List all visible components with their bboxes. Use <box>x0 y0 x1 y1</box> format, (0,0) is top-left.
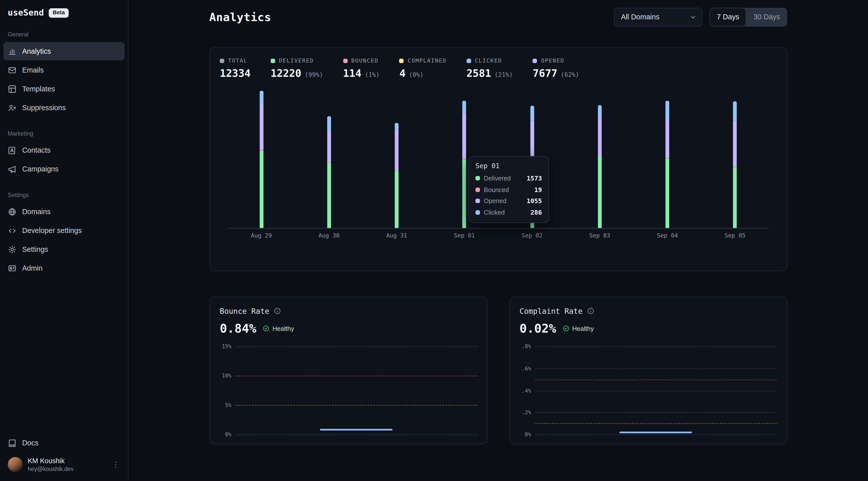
info-icon[interactable] <box>587 307 595 315</box>
bounce-y-axis: 15%10%5%0% <box>220 347 231 434</box>
nav-section-label-settings: Settings <box>3 192 125 198</box>
y-axis-label: 15% <box>222 344 231 349</box>
page-title: Analytics <box>209 10 271 24</box>
sidebar-item-docs[interactable]: Docs <box>3 434 125 452</box>
bar-sep-04[interactable] <box>665 101 669 228</box>
bar-chart-icon <box>8 47 17 56</box>
threshold-line <box>235 376 477 376</box>
sidebar-item-label: Analytics <box>22 47 51 55</box>
rate-cards-row: Bounce Rate 0.84% Healthy 15%10%5%0% <box>209 296 787 444</box>
sidebar-item-admin[interactable]: Admin <box>3 259 125 278</box>
bar-segment-clicked <box>462 101 466 113</box>
stat-complained: COMPLAINED4(0%) <box>399 58 446 79</box>
bar-sep-05[interactable] <box>733 101 737 228</box>
bounce-status-label: Healthy <box>273 325 294 332</box>
bar-aug-31[interactable] <box>395 123 399 228</box>
bar-sep-03[interactable] <box>598 105 601 228</box>
complaint-status-badge: Healthy <box>562 325 594 332</box>
tooltip-dot <box>475 199 480 203</box>
analytics-card: TOTAL12334DELIVERED12220(99%)BOUNCED114(… <box>209 47 787 271</box>
sidebar-footer: Docs KM Koushik hey@koushik.dev <box>3 434 125 476</box>
info-icon[interactable] <box>274 307 282 315</box>
stats-row: TOTAL12334DELIVERED12220(99%)BOUNCED114(… <box>220 58 777 79</box>
range-button-7-days[interactable]: 7 Days <box>710 7 746 26</box>
tooltip-value: 1055 <box>527 197 542 205</box>
kebab-menu-icon[interactable] <box>111 460 120 469</box>
sidebar-item-label: Domains <box>22 207 51 216</box>
user-x-icon <box>8 103 17 112</box>
id-card-icon <box>8 264 17 272</box>
complaint-status-label: Healthy <box>572 325 594 332</box>
contacts-icon <box>8 146 17 155</box>
sidebar-item-emails[interactable]: Emails <box>3 61 125 79</box>
check-circle-icon <box>262 325 270 332</box>
sidebar-item-domains[interactable]: Domains <box>3 202 125 221</box>
stat-dot <box>399 59 404 63</box>
bar-aug-30[interactable] <box>327 116 331 228</box>
tooltip-dot <box>475 210 480 214</box>
stat-dot <box>466 59 471 63</box>
stat-value: 2581 <box>466 67 491 79</box>
sidebar-item-analytics[interactable]: Analytics <box>3 42 125 61</box>
tooltip-row-opened: Opened1055 <box>475 197 542 205</box>
domain-select[interactable]: All Domains <box>614 7 703 26</box>
sidebar-nav: GeneralAnalyticsEmailsTemplatesSuppressi… <box>3 18 125 278</box>
book-icon <box>8 439 17 447</box>
bar-segment-delivered <box>598 157 601 228</box>
sidebar-item-label: Docs <box>22 439 38 447</box>
bar-aug-29[interactable] <box>259 91 263 228</box>
sidebar-item-contacts[interactable]: Contacts <box>3 141 125 159</box>
app-logo: useSend <box>8 8 44 18</box>
stat-percent: (21%) <box>495 71 513 78</box>
tooltip-value: 286 <box>530 209 542 216</box>
sidebar-item-templates[interactable]: Templates <box>3 79 125 98</box>
stat-delivered: DELIVERED12220(99%) <box>271 58 323 79</box>
stat-value: 12334 <box>220 67 251 79</box>
sidebar-item-campaigns[interactable]: Campaigns <box>3 160 125 178</box>
gridline <box>535 368 777 369</box>
nav-section-label-general: General <box>3 31 125 37</box>
stat-value: 4 <box>399 67 406 79</box>
page-header: Analytics All Domains 7 Days30 Days <box>209 7 787 27</box>
user-name: KM Koushik <box>28 457 73 465</box>
sidebar-item-developer-settings[interactable]: Developer settings <box>3 221 125 240</box>
app-root: useSend Beta GeneralAnalyticsEmailsTempl… <box>0 0 868 481</box>
bar-segment-delivered <box>395 171 399 228</box>
threshold-line <box>235 405 477 406</box>
bar-sep-01[interactable] <box>462 101 466 228</box>
tooltip-row-bounced: Bounced19 <box>475 186 542 193</box>
bounce-grid <box>235 347 477 434</box>
bar-segment-delivered <box>327 163 331 228</box>
stat-percent: (1%) <box>365 71 379 78</box>
range-button-30-days[interactable]: 30 Days <box>746 7 787 26</box>
sidebar-item-label: Campaigns <box>22 165 59 173</box>
stat-value: 114 <box>343 67 362 79</box>
gridline <box>535 347 777 347</box>
bar-segment-clicked <box>598 105 601 118</box>
sidebar-item-suppressions[interactable]: Suppressions <box>3 98 125 117</box>
complaint-rate-card: Complaint Rate 0.02% Healthy .8%.6%.4%.2… <box>509 296 787 444</box>
code-icon <box>8 226 17 235</box>
bounce-rate-title: Bounce Rate <box>220 307 269 315</box>
sidebar-item-label: Settings <box>22 245 48 253</box>
stat-bounced: BOUNCED114(1%) <box>343 58 379 79</box>
bar-segment-clicked <box>395 123 399 129</box>
sidebar-item-label: Admin <box>22 264 42 272</box>
stat-total: TOTAL12334 <box>220 58 251 79</box>
bounce-rate-chart: 15%10%5%0% <box>220 347 477 434</box>
bounce-status-badge: Healthy <box>262 325 294 332</box>
y-axis-label: .8% <box>522 344 531 349</box>
nav-section-label-marketing: Marketing <box>3 130 125 136</box>
stat-dot <box>533 59 537 63</box>
main-content: Analytics All Domains 7 Days30 Days TOTA… <box>128 0 868 481</box>
sidebar-item-settings[interactable]: Settings <box>3 240 125 259</box>
tooltip-label: Delivered <box>484 175 510 181</box>
bounce-rate-value: 0.84% <box>220 322 256 335</box>
y-axis-label: 0% <box>525 431 531 437</box>
x-axis-label: Aug 29 <box>251 232 272 238</box>
complaint-rate-value: 0.02% <box>520 322 556 335</box>
user-menu[interactable]: KM Koushik hey@koushik.dev <box>3 453 125 476</box>
stat-percent: (62%) <box>561 71 579 78</box>
stat-clicked: CLICKED2581(21%) <box>466 58 513 79</box>
layout-icon <box>8 84 17 93</box>
